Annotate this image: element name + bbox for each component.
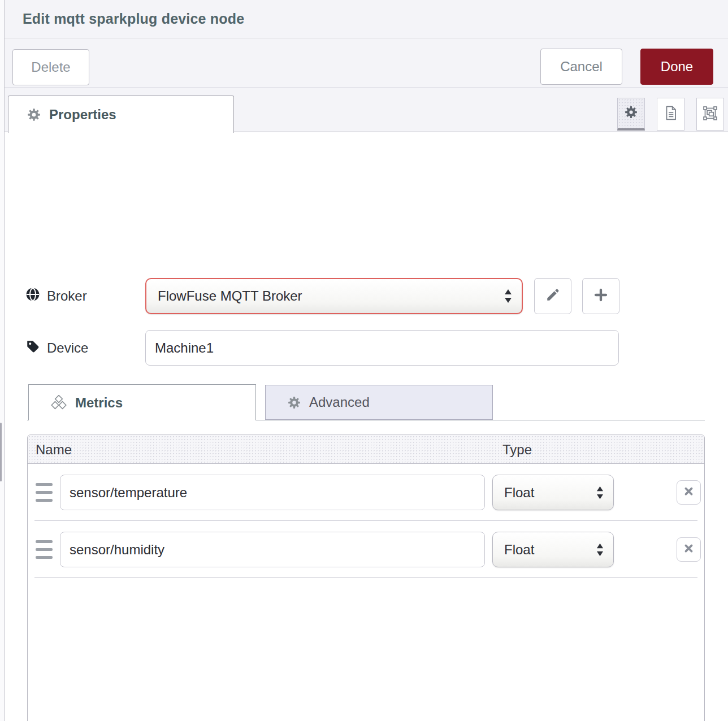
gear-icon (624, 105, 638, 121)
metric-type-select[interactable]: Float (492, 475, 614, 510)
cubes-icon (50, 395, 67, 411)
add-broker-button[interactable] (582, 278, 619, 314)
plus-icon (594, 288, 608, 304)
broker-select[interactable]: FlowFuse MQTT Broker (145, 278, 523, 314)
select-arrows-icon (596, 542, 604, 558)
broker-label-text: Broker (47, 288, 87, 304)
tab-metrics[interactable]: Metrics (28, 384, 256, 420)
node-red-edit-dialog-page: Edit mqtt sparkplug device node Delete C… (0, 0, 728, 721)
remove-metric-button[interactable] (677, 480, 701, 505)
dialog-button-bar: Delete Cancel Done (5, 39, 728, 88)
metric-type-value: Float (504, 485, 596, 501)
metric-name-input[interactable] (60, 475, 485, 510)
pencil-icon (545, 288, 560, 305)
metric-row: Float (28, 464, 704, 521)
tab-properties[interactable]: Properties (8, 95, 234, 133)
cancel-button[interactable]: Cancel (540, 49, 622, 85)
select-arrows-icon (504, 288, 513, 305)
scrollbar-thumb[interactable] (0, 423, 2, 481)
globe-icon (25, 287, 40, 305)
dialog-header: Edit mqtt sparkplug device node (5, 0, 728, 38)
metric-name-input[interactable] (60, 532, 485, 567)
broker-field-label: Broker (25, 278, 87, 314)
properties-panel: Broker FlowFuse MQTT Broker (5, 132, 728, 721)
edit-broker-button[interactable] (534, 278, 571, 314)
tab-advanced-label: Advanced (309, 394, 370, 410)
close-icon (684, 487, 694, 498)
row-divider (34, 577, 697, 578)
column-header-name: Name (36, 435, 72, 464)
description-icon-button[interactable] (657, 98, 684, 131)
dialog-title: Edit mqtt sparkplug device node (23, 11, 244, 27)
properties-icon-button[interactable] (617, 98, 645, 131)
close-icon (684, 544, 694, 555)
tab-metrics-label: Metrics (75, 395, 123, 411)
metric-row: Float (28, 521, 704, 578)
metric-type-value: Float (504, 542, 596, 558)
tag-icon (25, 339, 40, 357)
tab-properties-label: Properties (49, 107, 116, 123)
editor-tab-strip: Properties (5, 88, 728, 132)
column-header-type: Type (502, 435, 532, 464)
device-input[interactable] (145, 330, 619, 366)
document-icon (664, 105, 678, 123)
drag-handle-icon[interactable] (36, 540, 53, 559)
device-field-label: Device (25, 330, 88, 366)
gear-icon (27, 107, 41, 122)
tab-advanced[interactable]: Advanced (265, 385, 493, 420)
metrics-list: Name Type Float (27, 435, 705, 721)
metrics-list-header: Name Type (28, 435, 704, 464)
done-button[interactable]: Done (640, 49, 713, 85)
select-arrows-icon (596, 485, 604, 501)
appearance-icon-button[interactable] (696, 98, 724, 131)
broker-select-value: FlowFuse MQTT Broker (158, 288, 504, 304)
appearance-icon (703, 106, 718, 123)
metric-type-select[interactable]: Float (492, 532, 614, 567)
delete-button[interactable]: Delete (12, 49, 89, 85)
device-label-text: Device (47, 340, 88, 356)
gear-icon (287, 396, 301, 410)
edit-node-dialog: Edit mqtt sparkplug device node Delete C… (5, 0, 728, 721)
remove-metric-button[interactable] (677, 537, 701, 562)
drag-handle-icon[interactable] (36, 483, 53, 502)
